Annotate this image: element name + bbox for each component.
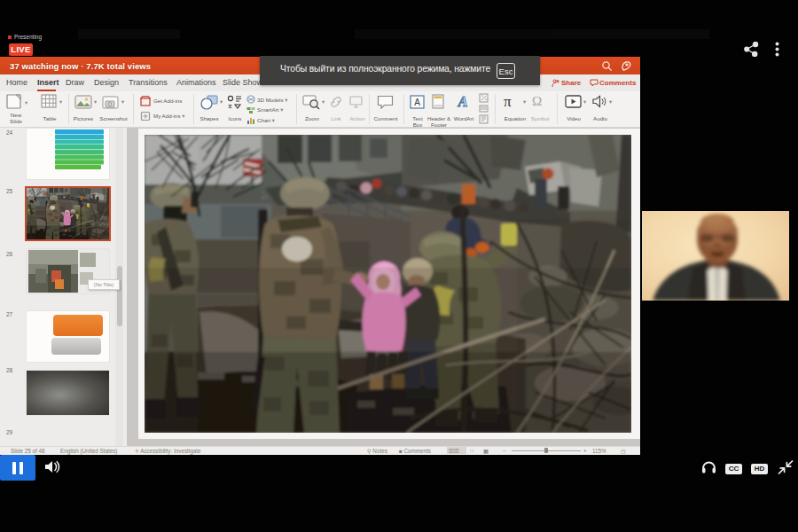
svg-text:A: A: [458, 94, 468, 109]
svg-text:A: A: [414, 98, 420, 107]
